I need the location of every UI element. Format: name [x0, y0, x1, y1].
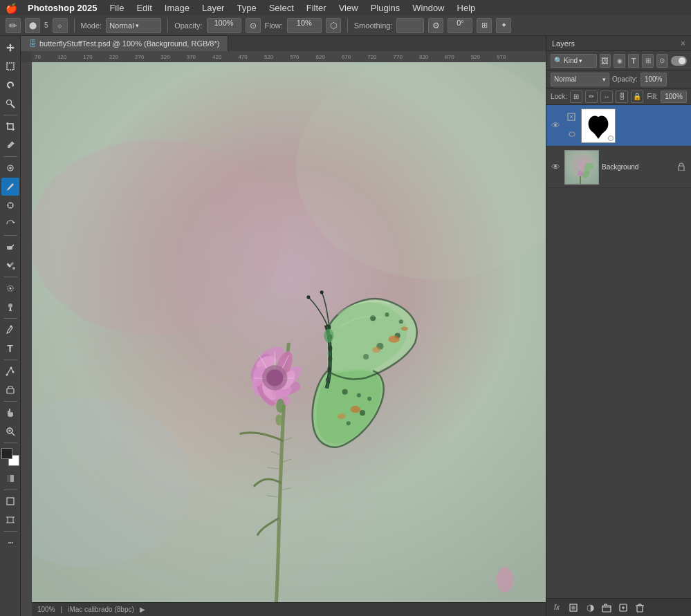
extra-tools-icon[interactable]: ··· — [1, 534, 19, 552]
lasso-tool[interactable] — [1, 76, 19, 94]
menu-view[interactable]: View — [333, 1, 364, 15]
foreground-color[interactable] — [1, 448, 12, 459]
menu-help[interactable]: Help — [452, 1, 481, 15]
toolbar-sep-4 — [3, 277, 17, 277]
layers-filter-dropdown[interactable]: 🔍 Kind ▾ — [551, 54, 597, 68]
lock-move-icon[interactable]: ↔ — [600, 91, 613, 103]
svg-point-23 — [10, 367, 12, 369]
flow-group: 10% — [287, 18, 322, 33]
layer-filter-toggle[interactable] — [671, 56, 687, 66]
flow-input[interactable]: 10% — [287, 18, 322, 33]
airbrush-icon[interactable]: ⊙ — [246, 18, 261, 33]
menu-filter[interactable]: Filter — [301, 1, 332, 15]
pen-tool[interactable] — [1, 321, 19, 339]
lock-transparent-icon[interactable]: ⊞ — [570, 91, 582, 103]
opacity-input-layers[interactable]: 100% — [641, 73, 667, 86]
opacity-input[interactable]: 100% — [207, 18, 241, 33]
healing-brush-tool[interactable] — [1, 159, 19, 177]
magic-wand-tool[interactable] — [1, 95, 19, 113]
svg-point-100 — [578, 171, 583, 176]
stylus-icon[interactable]: ✦ — [496, 18, 511, 33]
mode-dropdown[interactable]: Normal ▾ — [106, 18, 161, 33]
blur-tool[interactable] — [1, 279, 19, 297]
layer-item[interactable]: 👁 — [546, 147, 691, 188]
angle-input[interactable]: 0° — [448, 18, 472, 33]
layer-adjustment-button[interactable]: ◑ — [582, 600, 598, 615]
apple-logo[interactable]: 🍎 — [6, 1, 18, 14]
move-tool[interactable] — [1, 39, 19, 57]
layer-eye-2[interactable]: 👁 — [549, 161, 562, 174]
layer-delete-button[interactable] — [632, 600, 647, 615]
menu-file[interactable]: File — [104, 1, 129, 15]
svg-rect-99 — [565, 151, 599, 185]
layer-eye-1[interactable]: 👁 — [549, 120, 562, 132]
brush-tool-icon[interactable]: ✏ — [6, 18, 21, 33]
paint-bucket-tool[interactable] — [1, 256, 19, 274]
menu-layer[interactable]: Layer — [196, 1, 230, 15]
crop-tool[interactable] — [1, 118, 19, 136]
layer-group-button[interactable] — [599, 600, 614, 615]
mode-chevron: ▾ — [136, 22, 139, 29]
path-selection-tool[interactable] — [1, 362, 19, 380]
mode-value: Normal — [109, 21, 133, 30]
dodge-tool[interactable] — [1, 298, 19, 316]
menu-plugins[interactable]: Plugins — [365, 1, 406, 15]
layers-list: 👁 👁 — [546, 105, 691, 598]
svg-point-74 — [372, 347, 380, 353]
tab-file-icon: 🗄 — [29, 39, 37, 48]
document-tab[interactable]: 🗄 butterflyStuffTest.psd @ 100% (Backgro… — [21, 36, 228, 51]
artboard-icon[interactable] — [1, 511, 19, 529]
layer-item[interactable]: 👁 — [546, 105, 691, 147]
screen-mode-icon[interactable] — [1, 492, 19, 510]
shape-tool[interactable] — [1, 381, 19, 399]
ruler-corner — [21, 51, 32, 62]
filter-shape-icon[interactable]: ⊞ — [642, 54, 654, 68]
gear-icon[interactable]: ⚙ — [428, 18, 443, 33]
selection-tool[interactable] — [1, 57, 19, 75]
menu-type[interactable]: Type — [231, 1, 261, 15]
status-bar: 100% | iMac calibrado (8bpc) ▶ — [32, 602, 546, 616]
canvas[interactable] — [32, 62, 546, 602]
status-arrow[interactable]: ▶ — [140, 606, 145, 613]
toolbar-sep-2 — [3, 156, 17, 157]
lock-all-icon[interactable]: 🔒 — [631, 91, 643, 103]
flow-icon[interactable]: ⬡ — [326, 18, 341, 33]
layer-mask-button[interactable] — [566, 600, 581, 615]
clone-stamp-tool[interactable] — [1, 196, 19, 214]
eyedropper-tool[interactable] — [1, 136, 19, 154]
svg-point-3 — [6, 100, 11, 105]
filter-adj-icon[interactable]: ◉ — [614, 54, 625, 68]
blend-mode-dropdown[interactable]: Normal ▾ — [551, 73, 609, 86]
filter-type-icon[interactable]: T — [628, 54, 640, 68]
menu-edit[interactable]: Edit — [131, 1, 157, 15]
eraser-tool[interactable] — [1, 238, 19, 256]
brush-preset-icon[interactable]: ⟐ — [53, 18, 68, 33]
pressure-icon[interactable]: ⊞ — [477, 18, 492, 33]
layers-bottom-bar: fx ◑ — [546, 598, 691, 616]
opacity-label: Opacity: — [174, 21, 202, 30]
lock-paint-icon[interactable]: ✏ — [585, 91, 598, 103]
menu-window[interactable]: Window — [407, 1, 450, 15]
fill-input[interactable]: 100% — [661, 91, 687, 103]
color-swatches[interactable] — [1, 448, 19, 466]
filter-smart-icon[interactable]: ⊙ — [656, 54, 668, 68]
layer-bg-thumb — [564, 150, 599, 185]
brush-tool[interactable] — [1, 178, 19, 196]
layer-fx-button[interactable]: fx — [549, 600, 564, 615]
menu-image[interactable]: Image — [159, 1, 195, 15]
hand-tool[interactable] — [1, 404, 19, 422]
app-menu-photoshop[interactable]: Photoshop 2025 — [22, 1, 102, 15]
zoom-tool[interactable] — [1, 422, 19, 440]
quick-mask-icon[interactable] — [1, 469, 19, 487]
brush-size-icon[interactable]: ⬤ — [25, 18, 40, 33]
filter-pixel-icon[interactable]: 🖼 — [600, 54, 611, 68]
layer-add-button[interactable] — [616, 600, 631, 615]
color-profile: iMac calibrado (8bpc) — [68, 606, 134, 613]
lock-artboard-icon[interactable]: 🗄 — [616, 91, 628, 103]
history-brush-tool[interactable] — [1, 215, 19, 233]
separator-1 — [74, 19, 75, 32]
menu-select[interactable]: Select — [264, 1, 300, 15]
smoothing-input[interactable] — [396, 18, 424, 33]
layers-panel-close[interactable]: × — [681, 39, 685, 48]
text-tool[interactable]: T — [1, 339, 19, 357]
